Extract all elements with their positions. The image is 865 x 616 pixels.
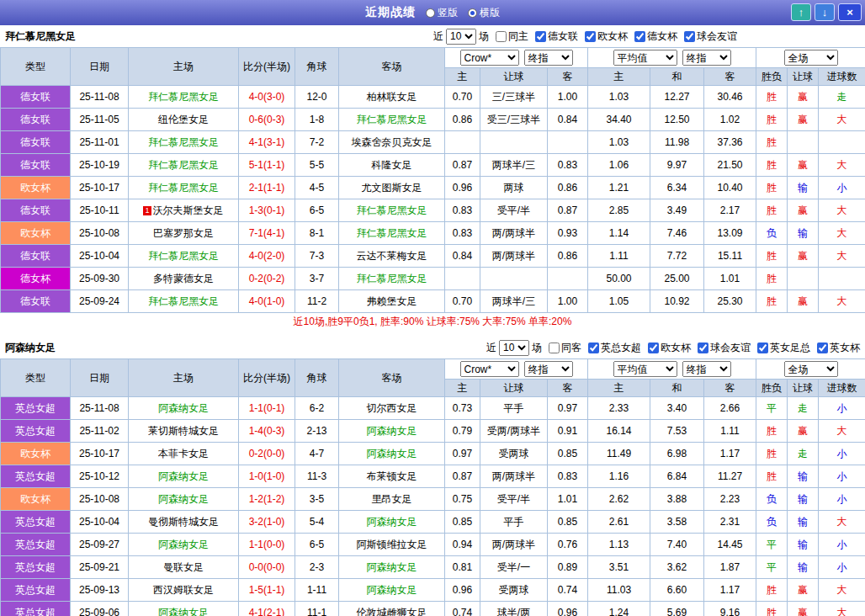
handicap-cell: 受半/一 bbox=[480, 556, 548, 579]
bookmaker-select[interactable]: Crow* bbox=[460, 50, 519, 66]
sub-column-header: 主 bbox=[445, 380, 480, 397]
scroll-up-button[interactable]: ↑ bbox=[791, 3, 811, 21]
recent-count-select[interactable]: 10 bbox=[446, 29, 476, 45]
same-venue-filter[interactable]: 同主 bbox=[491, 29, 528, 44]
home-team-label: 沃尔夫斯堡女足 bbox=[153, 204, 224, 216]
score-cell: 5-1(1-1) bbox=[239, 154, 295, 177]
avg-away-odds: 25.30 bbox=[704, 290, 756, 313]
home-team-label: 拜仁慕尼黑女足 bbox=[148, 182, 219, 194]
handicap-cell: 两球半/三 bbox=[480, 154, 548, 177]
result-handicap-cell bbox=[788, 131, 819, 154]
same-venue-filter-label: 同主 bbox=[508, 29, 528, 44]
result-handicap-cell: 输 bbox=[788, 556, 819, 579]
handicap-cell: 平手 bbox=[480, 397, 548, 420]
avg-stage-select[interactable]: 终指 bbox=[682, 50, 731, 66]
average-odds-select[interactable]: 平均值 bbox=[613, 50, 677, 66]
score-cell: 1-3(0-1) bbox=[239, 199, 295, 222]
avg-stage-select[interactable]: 终指 bbox=[682, 361, 731, 377]
games-label: 场 bbox=[532, 341, 542, 355]
league-filter-checkbox[interactable] bbox=[634, 31, 645, 42]
avg-draw-odds: 3.88 bbox=[650, 488, 704, 511]
same-venue-filter[interactable]: 同客 bbox=[544, 341, 581, 355]
home-team-label: 拜仁慕尼黑女足 bbox=[148, 295, 219, 307]
radio-horizontal-layout[interactable]: 横版 bbox=[468, 6, 500, 20]
match-row: 欧女杯25-10-08巴塞罗那女足7-1(4-1)8-1拜仁慕尼黑女足0.83两… bbox=[1, 222, 865, 245]
home-team-label: 阿森纳女足 bbox=[158, 607, 209, 616]
result-wdl-cell: 胜 bbox=[756, 177, 788, 199]
result-wdl-cell: 胜 bbox=[756, 109, 788, 131]
league-filter[interactable]: 德女联 bbox=[531, 29, 578, 44]
league-filter[interactable]: 德女杯 bbox=[630, 29, 677, 44]
league-filter[interactable]: 球会友谊 bbox=[693, 341, 751, 355]
avg-away-odds: 2.66 bbox=[704, 397, 756, 420]
match-row: 德女杯25-09-30多特蒙德女足0-2(0-2)3-7拜仁慕尼黑女足50.00… bbox=[1, 268, 865, 290]
league-filter-checkbox[interactable] bbox=[757, 343, 768, 353]
home-team-label: 阿森纳女足 bbox=[158, 402, 209, 414]
crow-away-odds bbox=[548, 268, 588, 290]
league-filter[interactable]: 球会友谊 bbox=[680, 29, 737, 44]
result-handicap-cell: 输 bbox=[788, 177, 819, 199]
date-cell: 25-10-04 bbox=[71, 245, 129, 268]
handicap-cell: 两/两球半 bbox=[480, 534, 548, 556]
match-scope-select[interactable]: 全场 bbox=[784, 361, 838, 377]
match-scope-select[interactable]: 全场 bbox=[784, 50, 838, 66]
crow-home-odds: 0.87 bbox=[445, 465, 480, 488]
avg-draw-odds: 5.69 bbox=[650, 602, 704, 616]
away-team-cell: 阿森纳女足 bbox=[339, 556, 445, 579]
avg-draw-odds: 6.98 bbox=[650, 443, 704, 465]
radio-vertical-layout[interactable]: 竖版 bbox=[426, 6, 458, 20]
home-team-cell: 1沃尔夫斯堡女足 bbox=[129, 199, 239, 222]
crow-stage-select[interactable]: 终指 bbox=[524, 50, 573, 66]
away-team-cell: 伦敦城雌狮女足 bbox=[339, 602, 445, 616]
column-header: 比分(半场) bbox=[239, 359, 295, 397]
scroll-down-button[interactable]: ↓ bbox=[815, 3, 835, 21]
avg-draw-odds: 10.92 bbox=[650, 290, 704, 313]
handicap-cell: 球半/两 bbox=[480, 602, 548, 616]
competition-badge: 英总女超 bbox=[1, 465, 71, 488]
away-team-cell: 阿斯顿维拉女足 bbox=[339, 534, 445, 556]
league-filter[interactable]: 英总女超 bbox=[584, 341, 641, 355]
same-venue-filter-checkbox[interactable] bbox=[496, 31, 507, 42]
average-odds-select[interactable]: 平均值 bbox=[613, 361, 677, 377]
avg-home-odds: 1.13 bbox=[588, 534, 650, 556]
crow-stage-select[interactable]: 终指 bbox=[524, 361, 573, 377]
result-handicap-cell: 赢 bbox=[788, 290, 819, 313]
handicap-cell: 两/两球半 bbox=[480, 465, 548, 488]
league-filter[interactable]: 英女杯 bbox=[813, 341, 860, 355]
league-filter-checkbox[interactable] bbox=[698, 343, 708, 353]
league-filter[interactable]: 英女足总 bbox=[753, 341, 810, 355]
league-filter-checkbox[interactable] bbox=[648, 343, 659, 353]
date-cell: 25-11-08 bbox=[71, 86, 129, 109]
match-row: 英总女超25-09-27阿森纳女足1-1(0-0)6-5阿斯顿维拉女足0.94两… bbox=[1, 534, 865, 556]
sub-column-header: 和 bbox=[650, 68, 704, 86]
league-filter[interactable]: 欧女杯 bbox=[581, 29, 628, 44]
recent-count-select[interactable]: 10 bbox=[499, 340, 529, 356]
league-filter-checkbox[interactable] bbox=[585, 31, 596, 42]
league-filter-checkbox[interactable] bbox=[535, 31, 546, 42]
league-filter[interactable]: 欧女杯 bbox=[644, 341, 691, 355]
league-filter-checkbox[interactable] bbox=[588, 343, 599, 353]
score-cell: 4-1(2-1) bbox=[239, 602, 295, 616]
date-cell: 25-10-04 bbox=[71, 511, 129, 534]
competition-badge: 欧女杯 bbox=[1, 222, 71, 245]
result-wdl-cell: 胜 bbox=[756, 602, 788, 616]
odds-source-cell: Crow*终指 bbox=[445, 359, 588, 380]
away-team-cell: 布莱顿女足 bbox=[339, 465, 445, 488]
score-cell: 4-0(2-0) bbox=[239, 245, 295, 268]
same-venue-filter-checkbox[interactable] bbox=[549, 343, 560, 353]
score-cell: 0-2(0-0) bbox=[239, 443, 295, 465]
home-team-cell: 拜仁慕尼黑女足 bbox=[129, 177, 239, 199]
away-team-cell: 拜仁慕尼黑女足 bbox=[339, 199, 445, 222]
avg-home-odds: 11.49 bbox=[588, 443, 650, 465]
avg-away-odds: 2.23 bbox=[704, 488, 756, 511]
close-icon[interactable]: × bbox=[838, 3, 862, 21]
home-team-cell: 曼彻斯特城女足 bbox=[129, 511, 239, 534]
league-filter-checkbox[interactable] bbox=[684, 31, 695, 42]
result-wdl-cell: 胜 bbox=[756, 245, 788, 268]
league-filter-checkbox[interactable] bbox=[817, 343, 828, 353]
crow-away-odds: 0.86 bbox=[548, 177, 588, 199]
result-handicap-cell: 赢 bbox=[788, 420, 819, 443]
competition-badge: 英总女超 bbox=[1, 420, 71, 443]
score-cell: 2-1(1-1) bbox=[239, 177, 295, 199]
bookmaker-select[interactable]: Crow* bbox=[460, 361, 519, 377]
